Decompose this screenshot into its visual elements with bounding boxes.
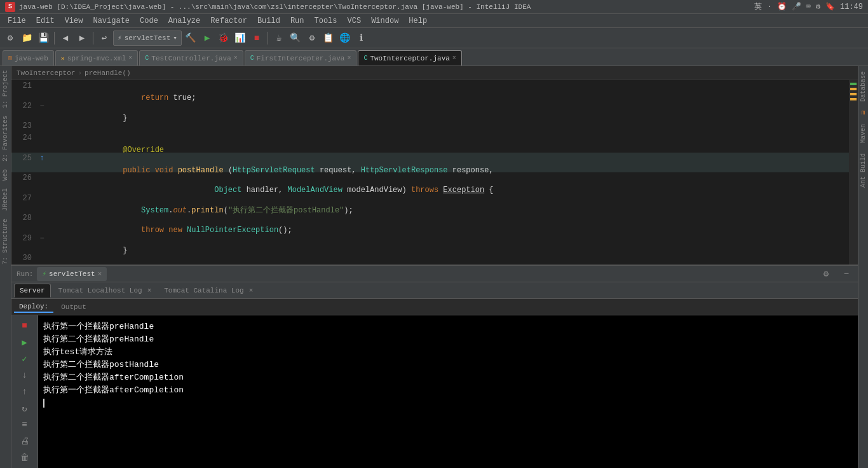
run-minimize-icon[interactable]: − bbox=[837, 266, 855, 282]
tomcat-localhost-close[interactable]: × bbox=[147, 287, 152, 294]
toolbar-save[interactable]: 💾 bbox=[36, 31, 51, 46]
line-number-24: 24 bbox=[11, 132, 37, 144]
editor-area[interactable]: 21 return true; 22 − } bbox=[11, 80, 858, 265]
menu-help[interactable]: Help bbox=[403, 15, 432, 27]
breadcrumb-method: preHandle() bbox=[85, 69, 131, 77]
menu-code[interactable]: Code bbox=[135, 15, 163, 27]
tab-icon-first-intercepter: C bbox=[250, 55, 254, 62]
arrow-down-button[interactable]: ↓ bbox=[16, 368, 34, 383]
toolbar-open[interactable]: 📁 bbox=[19, 31, 34, 46]
run-tab-close[interactable]: × bbox=[98, 270, 102, 278]
right-tab-maven[interactable]: Maven bbox=[860, 121, 867, 146]
left-tab-structure[interactable]: 7: Structure bbox=[1, 215, 10, 268]
right-panel: Database m Maven Ant Build bbox=[858, 66, 868, 468]
output-area[interactable]: 执行第一个拦截器preHandle 执行第二个拦截器preHandle 执行te… bbox=[38, 315, 858, 468]
bottom-tab-bar: Server Tomcat Localhost Log × Tomcat Cat… bbox=[11, 282, 858, 299]
tab-icon-test-controller: C bbox=[145, 55, 149, 62]
server-tab-label: Server bbox=[20, 287, 45, 294]
left-tab-project[interactable]: 1: Project bbox=[1, 66, 10, 112]
title-controls: 英 · ⏰ 🎤 ⌨ ⚙ 🔖 11:49 bbox=[754, 1, 863, 12]
toolbar-debug[interactable]: 🐞 bbox=[216, 31, 231, 46]
menu-navigate[interactable]: Navigate bbox=[88, 15, 135, 27]
line-number-27: 27 bbox=[11, 193, 37, 205]
menu-window[interactable]: Window bbox=[366, 15, 403, 27]
left-tab-favorites[interactable]: 2: Favorites bbox=[1, 112, 10, 165]
editor-line-24: 24 @Override bbox=[11, 132, 849, 153]
line-number-25: 25 bbox=[11, 153, 37, 165]
editor-line-28: 28 throw new NullPointerException(); bbox=[11, 212, 849, 233]
toolbar-settings[interactable]: ⚙ bbox=[3, 31, 18, 46]
toolbar-forward[interactable]: ▶ bbox=[74, 31, 90, 46]
menu-edit[interactable]: Edit bbox=[31, 15, 60, 27]
trash-button[interactable]: 🗑 bbox=[16, 450, 34, 465]
toolbar-back[interactable]: ◀ bbox=[58, 31, 73, 46]
print-button[interactable]: 🖨 bbox=[16, 434, 34, 449]
breadcrumb-path: TwoInterceptor bbox=[17, 69, 75, 77]
tab-close-two-interceptor[interactable]: × bbox=[452, 55, 456, 62]
left-tab-web[interactable]: Web bbox=[1, 165, 10, 184]
tomcat-catalina-label: Tomcat Catalina Log bbox=[164, 287, 243, 294]
tab-test-controller[interactable]: C TestController.java × bbox=[139, 50, 243, 65]
menu-file[interactable]: File bbox=[3, 15, 31, 27]
left-vertical-tabs: 1: Project 2: Favorites Web JRebel 7: St… bbox=[0, 66, 11, 468]
run-config-dropdown[interactable]: ⚡servletTest▾ bbox=[113, 31, 182, 46]
output-tab[interactable]: Output bbox=[56, 302, 92, 312]
line-number-30: 30 bbox=[11, 252, 37, 265]
toolbar-sep1 bbox=[54, 32, 55, 45]
right-tab-m[interactable]: m bbox=[861, 109, 865, 116]
toolbar-info[interactable]: ℹ bbox=[354, 31, 369, 46]
arrow-up-button[interactable]: ↑ bbox=[16, 384, 34, 399]
tomcat-catalina-close[interactable]: × bbox=[249, 287, 254, 294]
toolbar-globe[interactable]: 🌐 bbox=[337, 31, 353, 46]
tab-two-interceptor[interactable]: C TwoInterceptor.java × bbox=[358, 50, 461, 65]
run-tab-bar: Run: ⚡ servletTest × ⚙ − bbox=[11, 266, 858, 282]
deploy-output-tabs: Deploy: Output bbox=[11, 299, 858, 315]
tab-close-spring-mvc[interactable]: × bbox=[128, 55, 132, 62]
list-button[interactable]: ≡ bbox=[16, 417, 34, 432]
toolbar-run[interactable]: ▶ bbox=[200, 31, 215, 46]
tab-server[interactable]: Server bbox=[14, 284, 51, 298]
toolbar-undo[interactable]: ↩ bbox=[97, 31, 112, 46]
editor-scrollbar[interactable] bbox=[849, 80, 858, 265]
output-line-3: 执行test请求方法 bbox=[43, 346, 853, 359]
toolbar-coverage[interactable]: 📊 bbox=[233, 31, 248, 46]
tab-spring-mvc[interactable]: ✕ spring-mvc.xml × bbox=[55, 50, 138, 65]
tab-java-web[interactable]: m java-web bbox=[3, 50, 54, 65]
scroll-marker-1 bbox=[850, 83, 857, 85]
right-tab-database[interactable]: Database bbox=[860, 69, 867, 104]
menu-run[interactable]: Run bbox=[285, 15, 309, 27]
toolbar-sdk[interactable]: ☕ bbox=[271, 31, 287, 46]
run-button[interactable]: ▶ bbox=[16, 334, 34, 350]
toolbar-more1[interactable]: ⚙ bbox=[304, 31, 320, 46]
bottom-panel: Run: ⚡ servletTest × ⚙ − Server Tomcat L… bbox=[11, 265, 858, 468]
menu-vcs[interactable]: VCS bbox=[342, 15, 367, 27]
deploy-tab[interactable]: Deploy: bbox=[14, 301, 53, 313]
right-tab-ant-build[interactable]: Ant Build bbox=[860, 151, 867, 190]
rerun-button[interactable]: ✓ bbox=[16, 351, 34, 366]
tab-bar: m java-web ✕ spring-mvc.xml × C TestCont… bbox=[0, 48, 868, 66]
toolbar-more2[interactable]: 📋 bbox=[321, 31, 336, 46]
toolbar-sep2 bbox=[93, 32, 93, 45]
tab-first-intercepter[interactable]: C FirstIntercepter.java × bbox=[245, 50, 357, 65]
refresh-button[interactable]: ↻ bbox=[16, 401, 34, 416]
tab-label-spring-mvc: spring-mvc.xml bbox=[67, 55, 126, 62]
menu-analyze[interactable]: Analyze bbox=[163, 15, 205, 27]
tab-close-first-intercepter[interactable]: × bbox=[347, 55, 351, 62]
toolbar-stop[interactable]: ■ bbox=[249, 31, 264, 46]
run-settings-icon[interactable]: ⚙ bbox=[817, 266, 835, 282]
run-tab-servlet-test[interactable]: ⚡ servletTest × bbox=[37, 267, 107, 281]
menu-build[interactable]: Build bbox=[252, 15, 285, 27]
tab-label-java-web: java-web bbox=[15, 55, 48, 62]
left-tab-jrebel[interactable]: JRebel bbox=[1, 184, 10, 215]
tab-tomcat-catalina[interactable]: Tomcat Catalina Log × bbox=[159, 284, 258, 298]
menu-refactor[interactable]: Refactor bbox=[205, 15, 252, 27]
tab-icon-spring-mvc: ✕ bbox=[61, 55, 65, 62]
menu-tools[interactable]: Tools bbox=[309, 15, 342, 27]
toolbar-search[interactable]: 🔍 bbox=[288, 31, 303, 46]
tab-tomcat-localhost[interactable]: Tomcat Localhost Log × bbox=[53, 284, 157, 298]
menu-view[interactable]: View bbox=[60, 15, 88, 27]
toolbar-build[interactable]: 🔨 bbox=[183, 31, 198, 46]
tab-close-test-controller[interactable]: × bbox=[234, 55, 238, 62]
scroll-marker-4 bbox=[850, 98, 857, 100]
stop-button[interactable]: ■ bbox=[16, 318, 34, 333]
